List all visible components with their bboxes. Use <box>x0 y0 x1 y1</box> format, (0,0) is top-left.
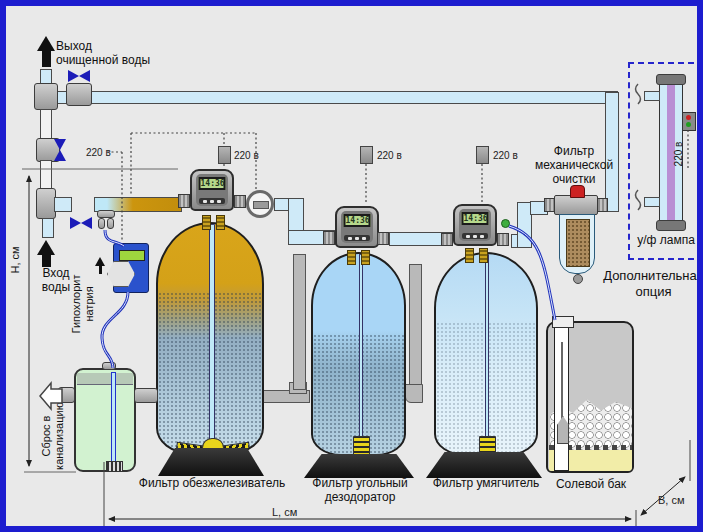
iron-filter-label: Фильтр обезжелезиватель <box>134 476 290 490</box>
mech-filter-cartridge <box>566 219 590 267</box>
mech-filter-bowl <box>559 214 595 274</box>
tank2-base <box>304 454 414 478</box>
dosing-tube-out <box>102 292 128 368</box>
mech-filter-label: Фильтр механической очистки <box>528 144 620 186</box>
valve-inlet-handle <box>70 217 92 229</box>
uv-led-red <box>686 115 691 120</box>
power-adapter-head1 <box>218 146 231 164</box>
brine-float <box>557 416 569 444</box>
tank3-base <box>426 452 542 478</box>
tank1-base <box>158 448 264 476</box>
mech-filter-label-line3: очистки <box>528 172 620 186</box>
suction-tube <box>111 372 116 464</box>
dosing-tube-out-core <box>102 292 128 368</box>
drain-elbow-tank3 <box>405 384 423 403</box>
power-label-head1: 220 в <box>234 150 259 161</box>
head2-port-left <box>323 231 335 245</box>
dim-h-label: H, см <box>9 232 22 288</box>
power-adapter-head2 <box>360 146 373 164</box>
tank-softener <box>434 252 538 456</box>
salt-tank-lid <box>552 316 574 328</box>
injection-nub-2 <box>107 218 114 229</box>
sewer-label-line1: Сброс в <box>40 394 53 478</box>
head3-buttons <box>462 233 488 239</box>
pipe-bypass-seg1 <box>40 109 52 141</box>
head3-port-left <box>441 233 453 246</box>
outlet-arrow-icon <box>37 36 55 51</box>
sewer-label-line2: канализацию <box>53 394 66 478</box>
head1-port-left <box>178 194 190 208</box>
valve-outlet-handle <box>68 70 90 82</box>
pipe-bypass-seg2 <box>40 160 52 190</box>
drain-riser-tank3 <box>409 264 422 388</box>
head1-stud-2 <box>216 215 225 230</box>
uv-cap-top <box>656 74 686 85</box>
uv-port-top <box>644 91 660 101</box>
suction-strainer <box>106 461 123 472</box>
uv-cap-bottom <box>656 220 686 231</box>
outlet-label-line1: Выход <box>56 39 150 53</box>
control-valve-head-2: 14:36 <box>335 206 379 248</box>
head2-stud-1 <box>347 250 356 265</box>
head2-lcd: 14:36 <box>344 214 371 227</box>
head1-buttons <box>199 198 225 204</box>
head1-port-right <box>234 195 246 208</box>
hypochlorite-tank <box>74 368 136 472</box>
power-adapter-head3 <box>476 146 489 164</box>
head2-port-right <box>377 232 389 245</box>
head2-buttons <box>344 235 370 241</box>
tee-outlet <box>34 83 58 110</box>
dosing-label: Гипохлорит натрия <box>70 252 96 356</box>
outlet-arrow-stem <box>42 50 51 67</box>
dosing-pump-display <box>119 250 145 261</box>
carbon-filter-label-line2: дезодоратор <box>302 490 418 504</box>
optional-label-line2: опция <box>598 284 703 300</box>
pipe-outlet-top-run <box>56 91 618 104</box>
valve-bypass-handle <box>54 139 66 161</box>
head3-brine-port <box>501 219 510 228</box>
uv-port-bottom <box>644 197 660 207</box>
tank2-distributor <box>353 436 370 456</box>
uv-led-green <box>686 122 691 127</box>
control-valve-head-3: 14:36 <box>453 204 497 246</box>
mech-filter-cap <box>570 185 585 198</box>
hypochlorite-lid-band <box>77 373 133 385</box>
optional-label: Дополнительная опция <box>598 268 703 300</box>
tee-inlet <box>36 188 56 219</box>
power-label-uv: 220 в <box>672 134 685 174</box>
dim-b-label: B, см <box>658 493 685 507</box>
head3-stud-2 <box>479 248 488 263</box>
injection-nub-1 <box>98 218 105 229</box>
carbon-filter-label-line1: Фильтр угольный <box>302 476 418 490</box>
hypochlorite-lid-knob <box>102 362 116 370</box>
tank1-riser-tube <box>209 224 215 442</box>
power-label-pump: 220 в <box>86 147 111 158</box>
dim-l-label: L, см <box>272 505 297 519</box>
mech-filter-port-right <box>597 198 608 212</box>
outlet-label: Выход очищенной воды <box>56 39 150 67</box>
softener-label: Фильтр умягчитель <box>428 476 544 490</box>
valve-outlet-body <box>66 83 92 106</box>
uv-lamp-label: у/ф лампа <box>630 233 702 247</box>
head2-stud-2 <box>361 250 370 265</box>
head3-lcd: 14:36 <box>462 212 489 225</box>
head3-port-right <box>497 233 509 246</box>
mech-filter-header <box>554 195 598 215</box>
carbon-filter-label: Фильтр угольный дезодоратор <box>302 476 418 504</box>
dosing-label-line2: натрия <box>83 252 96 356</box>
water-treatment-diagram: 14:36 14:36 14:36 <box>0 0 703 532</box>
flow-meter <box>246 190 274 218</box>
optional-label-line1: Дополнительная <box>598 268 703 284</box>
mech-filter-label-line1: Фильтр <box>528 144 620 158</box>
dosing-arrow-stem <box>99 265 102 274</box>
tank2-riser-tube <box>359 254 363 440</box>
mech-filter-drain-nub <box>573 274 583 284</box>
brine-well <box>554 325 569 471</box>
power-label-head2: 220 в <box>377 150 402 161</box>
sewer-label: Сброс в канализацию <box>40 394 66 478</box>
tank-iron-filter <box>156 222 264 454</box>
power-label-head3: 220 в <box>493 150 518 161</box>
injection-fitting <box>97 210 115 218</box>
salt-tank <box>546 321 634 473</box>
mech-filter-port-left <box>544 198 555 212</box>
